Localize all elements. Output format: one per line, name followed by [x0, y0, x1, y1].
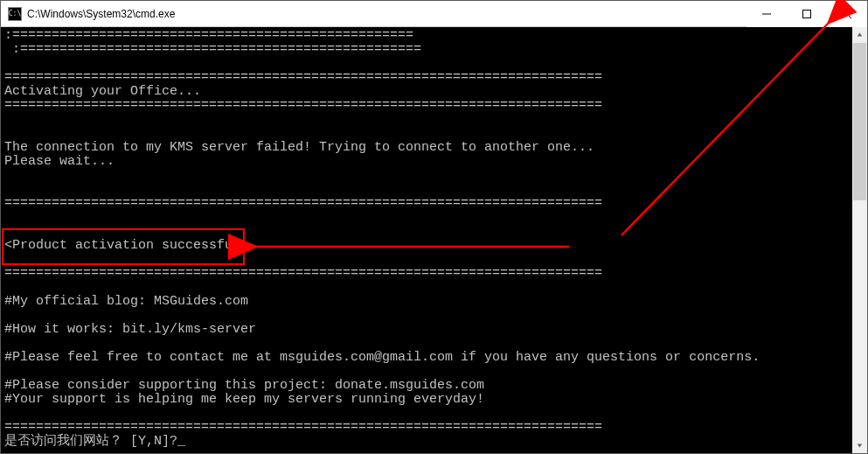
- close-icon: [843, 10, 851, 18]
- cmd-icon: C:\: [8, 7, 22, 21]
- scroll-up-button[interactable]: [852, 27, 867, 42]
- svg-marker-5: [858, 444, 863, 447]
- annotation-arrow-to-close: [613, 17, 840, 244]
- cmd-window: C:\ C:\Windows\System32\cmd.exe :=======…: [0, 0, 868, 454]
- vertical-scrollbar[interactable]: [852, 27, 867, 453]
- scroll-down-button[interactable]: [852, 438, 867, 453]
- annotation-arrow-to-box: [246, 235, 578, 258]
- chevron-up-icon: [857, 31, 863, 38]
- chevron-down-icon: [857, 443, 863, 449]
- scrollbar-thumb[interactable]: [853, 43, 866, 200]
- svg-line-9: [621, 22, 830, 235]
- svg-marker-4: [858, 32, 863, 36]
